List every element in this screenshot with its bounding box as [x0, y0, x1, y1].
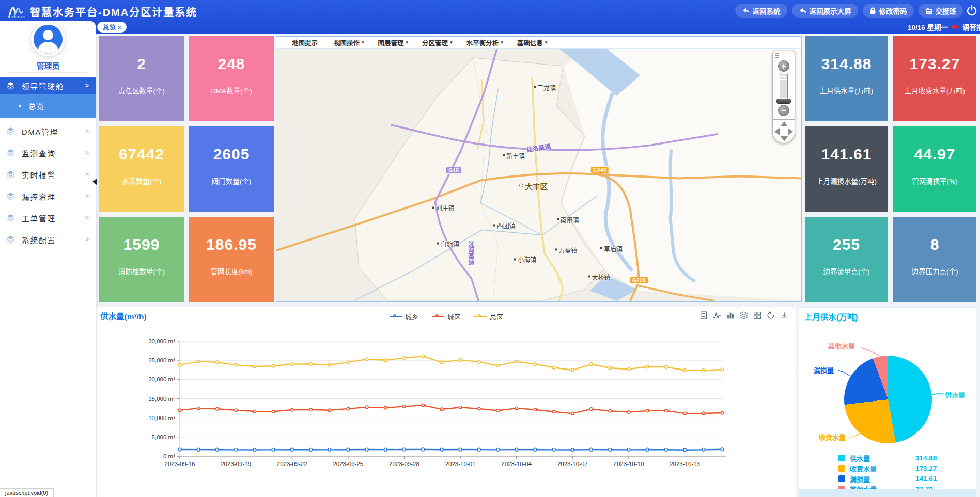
change-password-button[interactable]: 修改密码 — [863, 4, 914, 18]
legend-swatch — [838, 465, 845, 472]
pan-down-arrow[interactable] — [781, 136, 788, 141]
map-toolbar-layer-mgmt[interactable]: 图层管理▾ — [378, 38, 409, 47]
sidebar-item-cockpit[interactable]: 领导驾驶舱 > — [0, 77, 96, 94]
town-marker-icon — [432, 206, 434, 209]
svg-text:2023-09-28: 2023-09-28 — [389, 461, 419, 467]
restore-icon[interactable] — [767, 311, 775, 319]
sidebar-item-monitor-query[interactable]: 监测查询 > — [0, 145, 96, 161]
road-badge: G228 — [630, 277, 648, 284]
svg-text:2023-10-10: 2023-10-10 — [614, 461, 644, 467]
app-title: 智慧水务平台-DMA分区计量系统 — [30, 4, 197, 19]
road-badge: G343 — [590, 166, 609, 173]
svg-text:10,000 m³: 10,000 m³ — [148, 415, 175, 421]
right-stats-grid: 314.88 上月供水量(万吨) 173.27 上月收费水量(万吨) 141.6… — [805, 36, 976, 302]
layers-icon — [6, 170, 15, 179]
switch-line-chart-icon[interactable] — [713, 311, 721, 319]
pan-up-arrow[interactable] — [781, 121, 788, 126]
pie-legend-row-billed[interactable]: 收费水量 173.27 — [838, 464, 965, 472]
town-marker-icon — [557, 218, 559, 220]
town-marker-icon — [600, 247, 602, 249]
sidebar-item-dma[interactable]: DMA管理 > — [0, 123, 96, 139]
power-button[interactable] — [966, 5, 978, 17]
pan-right-arrow[interactable] — [788, 128, 793, 135]
svg-text:0 m³: 0 m³ — [163, 453, 175, 459]
user-name: 管理员 — [0, 60, 96, 71]
back-to-system-button[interactable]: 返回系统 — [735, 4, 787, 18]
map-toolbar-basic-info[interactable]: 基础信息▾ — [517, 38, 548, 47]
tab-close-icon[interactable]: × — [118, 24, 121, 30]
last-month-supply-pie[interactable] — [844, 356, 932, 443]
road-badge: G15 — [446, 167, 461, 174]
pie-label-supply: 供水量 — [945, 390, 965, 399]
zoom-slider-handle[interactable] — [776, 99, 791, 104]
map-town-label: 大丰区 — [519, 180, 548, 191]
sidebar: 管理员 领导驾驶舱 > 总览 DMA管理 > — [0, 21, 96, 497]
pie-chart-title: 上月供水(万吨) — [804, 311, 858, 322]
zoom-out-button[interactable]: − — [778, 105, 789, 116]
voice-alarm-label[interactable]: 语音报警 — [962, 22, 980, 32]
svg-text:2023-09-16: 2023-09-16 — [165, 461, 195, 467]
save-image-icon[interactable] — [780, 311, 788, 319]
sidebar-item-system-config[interactable]: 系统配置 > — [0, 231, 96, 248]
town-marker-icon — [493, 224, 495, 226]
line-legend-item[interactable]: 总区 — [474, 312, 503, 322]
zoom-in-button[interactable]: + — [778, 60, 789, 72]
map-toolbar-zone-mgmt[interactable]: 分区管理▾ — [422, 38, 453, 47]
pie-legend-row-leak[interactable]: 漏损量 141.61 — [838, 475, 965, 483]
map-toolbar-view-ops[interactable]: 视图操作▾ — [334, 38, 364, 47]
legend-swatch — [838, 455, 845, 461]
layers-icon — [6, 214, 15, 222]
svg-text:2023-10-13: 2023-10-13 — [670, 461, 700, 467]
map-town-label: 万盈镇 — [555, 245, 578, 254]
pie-legend-row-supply[interactable]: 供水量 314.88 — [838, 454, 965, 462]
legend-line-marker-icon — [432, 316, 444, 317]
shift-handover-button[interactable]: 交接班 — [919, 4, 963, 18]
pie-label-leak: 漏损量 — [814, 365, 834, 375]
sidebar-item-realtime-alarm[interactable]: 实时报警 > — [0, 166, 96, 183]
svg-text:2023-09-22: 2023-09-22 — [277, 461, 307, 467]
sidebar-item-leak-control[interactable]: 漏控治理 > — [0, 188, 96, 204]
supply-line-chart[interactable]: 0 m³5,000 m³10,000 m³15,000 m³20,000 m³2… — [97, 328, 796, 497]
line-legend-item[interactable]: 城乡 — [390, 312, 418, 322]
svg-text:25,000 m³: 25,000 m³ — [148, 357, 175, 363]
drag-grip-icon[interactable] — [775, 53, 779, 59]
map-canvas[interactable]: 三龙镇新丰镇大丰区刘庄镇西团镇南阳镇白驹镇万盈镇草庙镇小海镇大桥镇G15G343… — [276, 49, 801, 301]
tiled-icon[interactable] — [753, 311, 761, 319]
chevron-down-icon: ▾ — [362, 40, 364, 45]
town-marker-icon — [437, 242, 439, 244]
town-marker-icon — [534, 86, 536, 88]
pan-left-arrow[interactable] — [774, 128, 780, 135]
sidebar-item-work-order[interactable]: 工单管理 > — [0, 210, 96, 226]
town-marker-icon — [514, 258, 516, 260]
chevron-right-icon: > — [85, 82, 90, 89]
svg-text:2023-10-04: 2023-10-04 — [501, 461, 532, 467]
layers-icon — [6, 127, 15, 136]
svg-text:5,000 m³: 5,000 m³ — [152, 434, 176, 440]
map-zoom-control: + − — [772, 51, 795, 143]
map-town-label: 新丰镇 — [503, 151, 525, 159]
layers-icon — [6, 192, 15, 201]
bullet-icon — [19, 105, 21, 107]
map-pan-pad — [772, 120, 795, 143]
back-to-big-screen-button[interactable]: 返回展示大屏 — [792, 4, 858, 18]
stat-card-pipe-length: 186.95 管网长度(km) — [189, 217, 274, 302]
data-view-icon[interactable] — [699, 311, 708, 319]
svg-text:20,000 m³: 20,000 m³ — [148, 376, 175, 382]
avatar-head — [43, 30, 53, 40]
town-marker-icon — [588, 276, 590, 278]
stat-card-boundary-flow-points: 255 边界流量点(个) — [805, 217, 888, 302]
back-arrow-icon — [742, 7, 750, 14]
sidebar-subitem-overview[interactable]: 总览 — [0, 94, 96, 118]
switch-bar-chart-icon[interactable] — [726, 311, 735, 319]
tab-overview[interactable]: 总览 × — [97, 22, 127, 33]
sidebar-collapse-arrow[interactable] — [92, 179, 97, 185]
map-toolbar-map-tips[interactable]: 地图提示 — [292, 38, 320, 47]
map-town-label: 白驹镇 — [437, 239, 459, 248]
avatar[interactable] — [31, 22, 65, 56]
stack-icon[interactable] — [740, 311, 748, 319]
line-legend-item[interactable]: 城区 — [432, 312, 461, 322]
map-town-label: 三龙镇 — [534, 83, 556, 91]
date-text: 10/16 星期一 — [908, 22, 948, 32]
pie-label-billed: 收费水量 — [819, 432, 846, 442]
map-toolbar-water-balance[interactable]: 水平衡分析▾ — [466, 38, 503, 47]
